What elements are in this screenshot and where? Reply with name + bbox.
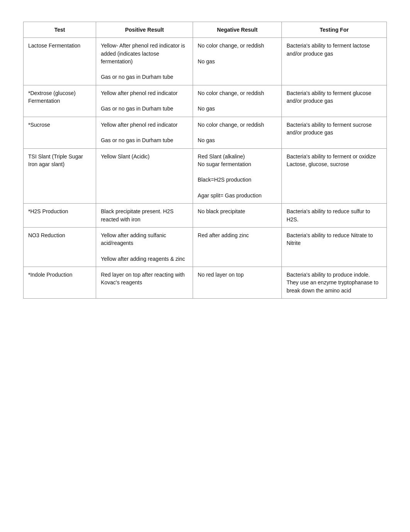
cell-test: TSI Slant (Triple Sugar Iron agar slant) — [24, 148, 96, 204]
cell-positive: Black precipitate present. H2S reacted w… — [96, 204, 193, 228]
cell-positive: Yellow after phenol red indicatorGas or … — [96, 117, 193, 148]
cell-negative: No black precipitate — [193, 204, 282, 228]
cell-test: *Dextrose (glucose) Fermentation — [24, 85, 96, 117]
cell-test: *Indole Production — [24, 267, 96, 299]
cell-test: *Sucrose — [24, 117, 96, 148]
table-row: *H2S ProductionBlack precipitate present… — [24, 204, 387, 228]
cell-positive: Yellow after adding sulfanic acid/reagen… — [96, 227, 193, 267]
cell-positive: Yellow after phenol red indicatorGas or … — [96, 85, 193, 117]
cell-testing: Bacteria's ability to reduce Nitrate to … — [282, 227, 387, 267]
cell-testing: Bacteria's ability to ferment sucrose an… — [282, 117, 387, 148]
table-row: TSI Slant (Triple Sugar Iron agar slant)… — [24, 148, 387, 204]
cell-positive: Red layer on top after reacting with Kov… — [96, 267, 193, 299]
table-row: Lactose FermentationYellow- After phenol… — [24, 38, 387, 85]
cell-test: NO3 Reduction — [24, 227, 96, 267]
header-positive: Positive Result — [96, 22, 193, 38]
cell-testing: Bacteria's ability to ferment lactose an… — [282, 38, 387, 85]
cell-testing: Bacteria's ability to reduce sulfur to H… — [282, 204, 387, 228]
cell-positive: Yellow- After phenol red indicator is ad… — [96, 38, 193, 85]
cell-positive: Yellow Slant (Acidic) — [96, 148, 193, 204]
cell-testing: Bacteria's ability to ferment or oxidize… — [282, 148, 387, 204]
table-row: *Indole ProductionRed layer on top after… — [24, 267, 387, 299]
main-table: Test Positive Result Negative Result Tes… — [23, 22, 387, 299]
table-row: *Dextrose (glucose) FermentationYellow a… — [24, 85, 387, 117]
cell-negative: No color change, or reddishNo gas — [193, 38, 282, 85]
cell-negative: No red layer on top — [193, 267, 282, 299]
table-row: NO3 ReductionYellow after adding sulfani… — [24, 227, 387, 267]
cell-testing: Bacteria's ability to produce indole. Th… — [282, 267, 387, 299]
header-test: Test — [24, 22, 96, 38]
header-negative: Negative Result — [193, 22, 282, 38]
cell-negative: No color change, or reddishNo gas — [193, 117, 282, 148]
cell-negative: No color change, or reddishNo gas — [193, 85, 282, 117]
cell-test: Lactose Fermentation — [24, 38, 96, 85]
table-row: *SucroseYellow after phenol red indicato… — [24, 117, 387, 148]
cell-negative: Red after adding zinc — [193, 227, 282, 267]
cell-test: *H2S Production — [24, 204, 96, 228]
cell-negative: Red Slant (alkaline)No sugar fermentatio… — [193, 148, 282, 204]
header-testing: Testing For — [282, 22, 387, 38]
cell-testing: Bacteria's ability to ferment glucose an… — [282, 85, 387, 117]
